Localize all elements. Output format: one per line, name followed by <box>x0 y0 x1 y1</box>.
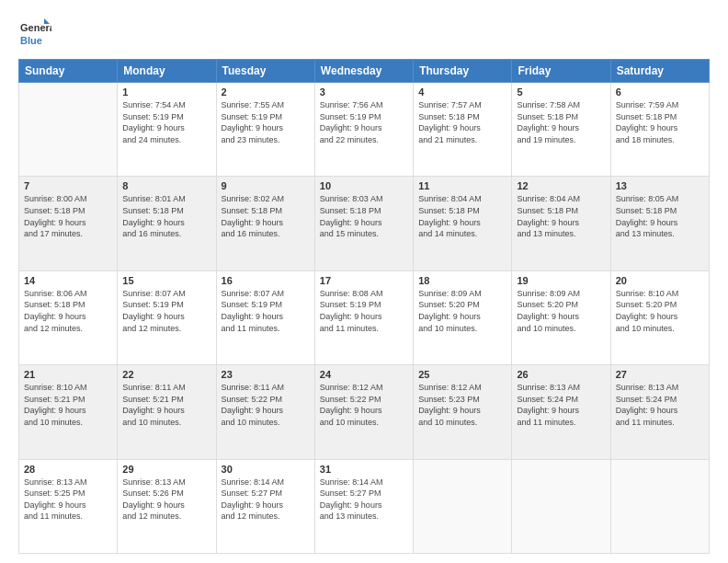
calendar-week-row: 7Sunrise: 8:00 AM Sunset: 5:18 PM Daylig… <box>19 177 710 270</box>
calendar-week-row: 21Sunrise: 8:10 AM Sunset: 5:21 PM Dayli… <box>19 365 710 459</box>
day-number: 15 <box>122 275 210 286</box>
day-info: Sunrise: 7:54 AM Sunset: 5:19 PM Dayligh… <box>122 99 210 145</box>
day-info: Sunrise: 8:05 AM Sunset: 5:18 PM Dayligh… <box>616 193 704 239</box>
calendar-day-cell: 19Sunrise: 8:09 AM Sunset: 5:20 PM Dayli… <box>512 270 610 364</box>
calendar-day-cell: 20Sunrise: 8:10 AM Sunset: 5:20 PM Dayli… <box>610 270 709 364</box>
calendar-day-cell: 4Sunrise: 7:57 AM Sunset: 5:18 PM Daylig… <box>414 83 512 177</box>
day-info: Sunrise: 8:02 AM Sunset: 5:18 PM Dayligh… <box>222 193 310 239</box>
day-info: Sunrise: 8:11 AM Sunset: 5:22 PM Dayligh… <box>222 382 310 428</box>
day-number: 21 <box>24 369 112 380</box>
calendar-day-cell: 3Sunrise: 7:56 AM Sunset: 5:19 PM Daylig… <box>314 83 413 177</box>
calendar-day-cell: 14Sunrise: 8:06 AM Sunset: 5:18 PM Dayli… <box>19 270 118 364</box>
day-info: Sunrise: 7:58 AM Sunset: 5:18 PM Dayligh… <box>517 99 605 145</box>
weekday-header: Wednesday <box>314 60 413 83</box>
calendar-day-cell: 2Sunrise: 7:55 AM Sunset: 5:19 PM Daylig… <box>216 83 314 177</box>
day-info: Sunrise: 8:13 AM Sunset: 5:26 PM Dayligh… <box>122 477 210 523</box>
day-info: Sunrise: 8:04 AM Sunset: 5:18 PM Dayligh… <box>418 193 506 239</box>
calendar-week-row: 14Sunrise: 8:06 AM Sunset: 5:18 PM Dayli… <box>19 270 710 364</box>
day-info: Sunrise: 7:59 AM Sunset: 5:18 PM Dayligh… <box>616 99 704 145</box>
day-info: Sunrise: 8:09 AM Sunset: 5:20 PM Dayligh… <box>517 288 605 334</box>
calendar-day-cell <box>512 459 610 553</box>
day-number: 20 <box>616 275 704 286</box>
day-number: 1 <box>122 86 210 98</box>
day-info: Sunrise: 8:12 AM Sunset: 5:23 PM Dayligh… <box>418 382 506 428</box>
calendar-day-cell: 5Sunrise: 7:58 AM Sunset: 5:18 PM Daylig… <box>512 83 610 177</box>
calendar-day-cell <box>414 459 512 553</box>
weekday-header: Friday <box>512 60 610 83</box>
day-info: Sunrise: 8:13 AM Sunset: 5:24 PM Dayligh… <box>517 382 605 428</box>
day-number: 22 <box>122 369 210 380</box>
day-info: Sunrise: 8:09 AM Sunset: 5:20 PM Dayligh… <box>418 288 506 334</box>
day-number: 13 <box>616 180 704 191</box>
day-info: Sunrise: 8:10 AM Sunset: 5:20 PM Dayligh… <box>616 288 704 334</box>
day-number: 18 <box>418 275 506 286</box>
calendar-week-row: 1Sunrise: 7:54 AM Sunset: 5:19 PM Daylig… <box>19 83 710 177</box>
logo-svg: General Blue <box>18 17 51 50</box>
calendar-day-cell: 11Sunrise: 8:04 AM Sunset: 5:18 PM Dayli… <box>414 177 512 270</box>
day-info: Sunrise: 8:10 AM Sunset: 5:21 PM Dayligh… <box>24 382 112 428</box>
day-number: 31 <box>320 464 408 475</box>
day-info: Sunrise: 8:07 AM Sunset: 5:19 PM Dayligh… <box>122 288 210 334</box>
day-number: 23 <box>222 369 310 380</box>
day-number: 30 <box>222 464 310 475</box>
day-number: 2 <box>222 86 310 98</box>
calendar-day-cell: 31Sunrise: 8:14 AM Sunset: 5:27 PM Dayli… <box>314 459 413 553</box>
day-number: 7 <box>24 180 112 191</box>
calendar-day-cell <box>610 459 709 553</box>
day-number: 17 <box>320 275 408 286</box>
calendar-day-cell: 27Sunrise: 8:13 AM Sunset: 5:24 PM Dayli… <box>610 365 709 459</box>
weekday-header: Sunday <box>19 60 118 83</box>
calendar-day-cell: 23Sunrise: 8:11 AM Sunset: 5:22 PM Dayli… <box>216 365 314 459</box>
calendar-table: SundayMondayTuesdayWednesdayThursdayFrid… <box>18 59 710 554</box>
svg-text:Blue: Blue <box>20 35 42 46</box>
day-info: Sunrise: 7:55 AM Sunset: 5:19 PM Dayligh… <box>222 99 310 145</box>
day-number: 10 <box>320 180 408 191</box>
day-number: 11 <box>418 180 506 191</box>
calendar-day-cell: 1Sunrise: 7:54 AM Sunset: 5:19 PM Daylig… <box>118 83 216 177</box>
logo: General Blue <box>18 17 51 50</box>
calendar-day-cell: 7Sunrise: 8:00 AM Sunset: 5:18 PM Daylig… <box>19 177 118 270</box>
day-info: Sunrise: 8:13 AM Sunset: 5:24 PM Dayligh… <box>616 382 704 428</box>
calendar-day-cell: 16Sunrise: 8:07 AM Sunset: 5:19 PM Dayli… <box>216 270 314 364</box>
calendar-day-cell: 30Sunrise: 8:14 AM Sunset: 5:27 PM Dayli… <box>216 459 314 553</box>
day-info: Sunrise: 8:14 AM Sunset: 5:27 PM Dayligh… <box>320 477 408 523</box>
weekday-header: Saturday <box>610 60 709 83</box>
day-info: Sunrise: 8:13 AM Sunset: 5:25 PM Dayligh… <box>24 477 112 523</box>
day-info: Sunrise: 8:11 AM Sunset: 5:21 PM Dayligh… <box>122 382 210 428</box>
day-number: 25 <box>418 369 506 380</box>
day-info: Sunrise: 8:01 AM Sunset: 5:18 PM Dayligh… <box>122 193 210 239</box>
day-info: Sunrise: 8:14 AM Sunset: 5:27 PM Dayligh… <box>222 477 310 523</box>
day-number: 28 <box>24 464 112 475</box>
day-number: 26 <box>517 369 605 380</box>
calendar-day-cell: 25Sunrise: 8:12 AM Sunset: 5:23 PM Dayli… <box>414 365 512 459</box>
day-info: Sunrise: 8:00 AM Sunset: 5:18 PM Dayligh… <box>24 193 112 239</box>
day-number: 16 <box>222 275 310 286</box>
day-info: Sunrise: 8:03 AM Sunset: 5:18 PM Dayligh… <box>320 193 408 239</box>
calendar-day-cell: 15Sunrise: 8:07 AM Sunset: 5:19 PM Dayli… <box>118 270 216 364</box>
calendar-day-cell: 29Sunrise: 8:13 AM Sunset: 5:26 PM Dayli… <box>118 459 216 553</box>
day-info: Sunrise: 8:07 AM Sunset: 5:19 PM Dayligh… <box>222 288 310 334</box>
header-row: SundayMondayTuesdayWednesdayThursdayFrid… <box>19 60 710 83</box>
page: General Blue SundayMondayTuesdayWednesda… <box>0 0 728 563</box>
day-info: Sunrise: 8:08 AM Sunset: 5:19 PM Dayligh… <box>320 288 408 334</box>
calendar-day-cell: 18Sunrise: 8:09 AM Sunset: 5:20 PM Dayli… <box>414 270 512 364</box>
day-number: 12 <box>517 180 605 191</box>
calendar-day-cell: 21Sunrise: 8:10 AM Sunset: 5:21 PM Dayli… <box>19 365 118 459</box>
day-number: 24 <box>320 369 408 380</box>
day-number: 8 <box>122 180 210 191</box>
day-number: 19 <box>517 275 605 286</box>
day-number: 5 <box>517 86 605 98</box>
weekday-header: Thursday <box>414 60 512 83</box>
calendar-day-cell: 28Sunrise: 8:13 AM Sunset: 5:25 PM Dayli… <box>19 459 118 553</box>
header: General Blue <box>18 17 710 50</box>
calendar-day-cell: 12Sunrise: 8:04 AM Sunset: 5:18 PM Dayli… <box>512 177 610 270</box>
day-info: Sunrise: 7:57 AM Sunset: 5:18 PM Dayligh… <box>418 99 506 145</box>
day-number: 27 <box>616 369 704 380</box>
day-number: 29 <box>122 464 210 475</box>
weekday-header: Tuesday <box>216 60 314 83</box>
calendar-day-cell <box>19 83 118 177</box>
day-info: Sunrise: 7:56 AM Sunset: 5:19 PM Dayligh… <box>320 99 408 145</box>
calendar-day-cell: 9Sunrise: 8:02 AM Sunset: 5:18 PM Daylig… <box>216 177 314 270</box>
day-number: 9 <box>222 180 310 191</box>
day-number: 6 <box>616 86 704 98</box>
